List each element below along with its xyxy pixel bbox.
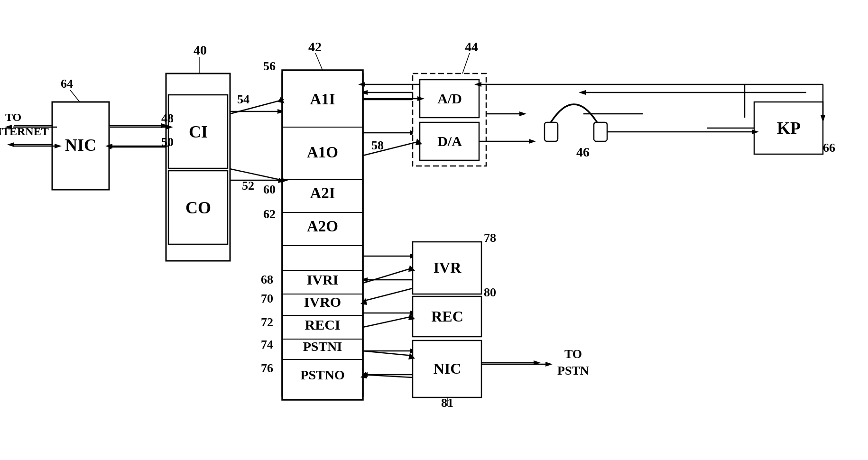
ivr-label: IVR — [434, 259, 462, 276]
ivro-text: IVRO — [304, 294, 341, 310]
to-pstn-line1: TO — [564, 347, 582, 361]
ref-70: 70 — [261, 292, 273, 305]
da-label: D/A — [437, 133, 462, 149]
pstni-text: PSTNI — [303, 339, 342, 354]
ref-42: 42 — [308, 39, 322, 54]
nic-right-label: NIC — [434, 360, 462, 377]
pstno-text: PSTNO — [300, 368, 344, 382]
ref-60: 60 — [263, 183, 276, 196]
patent-diagram: NIC CI CO A1I A1O A2I A2O IVRI A1I A1O A… — [0, 0, 868, 460]
ref-80: 80 — [484, 285, 496, 299]
ref-72: 72 — [261, 315, 273, 329]
ref-56: 56 — [263, 59, 276, 73]
ref-40: 40 — [194, 43, 207, 57]
kp-label: KP — [777, 119, 801, 138]
ref-74: 74 — [261, 338, 273, 351]
ci-label: CI — [189, 122, 208, 141]
ref-48: 48 — [161, 111, 174, 125]
ref-64: 64 — [61, 77, 73, 91]
ref-44: 44 — [465, 39, 478, 54]
a2i-text: A2I — [310, 184, 335, 202]
a1o-text: A1O — [307, 144, 338, 161]
a2o-text: A2O — [307, 218, 338, 235]
svg-rect-92 — [594, 122, 607, 141]
ref-52: 52 — [242, 179, 254, 193]
svg-rect-91 — [545, 122, 558, 141]
reci-text: RECI — [305, 317, 340, 332]
nic-left-label: NIC — [65, 136, 96, 155]
ref-50: 50 — [161, 135, 174, 149]
a1i-text: A1I — [310, 91, 335, 108]
rec-label: REC — [431, 308, 463, 325]
ref-62: 62 — [263, 207, 276, 221]
ref-54: 54 — [237, 92, 249, 106]
ref-78: 78 — [484, 231, 496, 245]
ref-46: 46 — [576, 145, 590, 159]
ivri-text: IVRI — [307, 272, 339, 287]
co-label: CO — [185, 198, 211, 217]
ref-58: 58 — [371, 138, 384, 152]
ref-68: 68 — [261, 273, 273, 286]
to-internet-line1: TO — [5, 111, 21, 123]
ref-76: 76 — [261, 361, 273, 375]
ad-label: A/D — [437, 91, 462, 106]
ref-66: 66 — [823, 141, 835, 155]
to-pstn-line2: PSTN — [557, 364, 589, 377]
